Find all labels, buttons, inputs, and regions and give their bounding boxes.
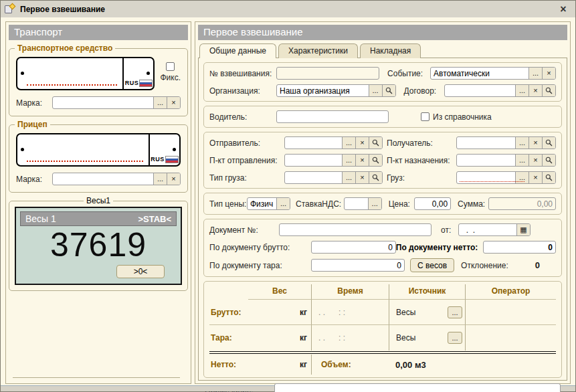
destination-point-input[interactable] xyxy=(457,155,515,166)
scale-stab-status: >STAB< xyxy=(138,214,171,224)
driver-group: Водитель: Из справочника xyxy=(203,106,562,128)
vehicle-brand-input[interactable] xyxy=(53,97,153,108)
doc-date-input[interactable] xyxy=(459,224,516,235)
gross-time: . . : : xyxy=(311,300,389,325)
departure-select-button[interactable]: ... xyxy=(342,155,355,166)
doc-gross-input[interactable] xyxy=(312,241,395,253)
col-header-time: Время xyxy=(311,284,389,300)
sum-input[interactable] xyxy=(489,198,555,209)
destination-point-label: П-кт назначения: xyxy=(387,156,456,165)
left-panel-divider xyxy=(13,377,180,378)
cargo-clear-button[interactable]: × xyxy=(529,172,542,183)
organization-search-icon[interactable] xyxy=(382,85,395,96)
contract-search-icon[interactable] xyxy=(542,85,555,96)
contract-select-button[interactable]: ... xyxy=(515,85,529,96)
tare-source-select-button[interactable]: ... xyxy=(448,332,462,344)
scale-zero-button[interactable]: >0< xyxy=(116,265,165,278)
receiver-input[interactable] xyxy=(457,137,515,149)
destination-clear-button[interactable]: × xyxy=(529,155,542,166)
vehicle-brand-select-button[interactable]: ... xyxy=(153,97,167,108)
calendar-icon[interactable]: ▦ xyxy=(516,224,530,235)
gross-operator-cell xyxy=(465,300,556,325)
price-type-select-button[interactable]: ... xyxy=(276,198,290,209)
from-reference-checkbox[interactable] xyxy=(421,112,429,121)
event-clear-button[interactable]: × xyxy=(542,68,555,79)
contract-clear-button[interactable]: × xyxy=(529,85,542,96)
cargo-search-icon[interactable] xyxy=(542,172,555,183)
sender-input[interactable] xyxy=(285,137,342,149)
col-spacer xyxy=(209,290,248,295)
vat-rate-select-button[interactable]: ... xyxy=(368,198,381,209)
cargo-type-field: ... × xyxy=(284,171,383,184)
weighing-no-label: № взвешивания: xyxy=(209,69,276,78)
from-scale-button[interactable]: С весов xyxy=(410,258,454,272)
transport-header: Транспорт xyxy=(9,25,188,40)
cargo-type-input[interactable] xyxy=(285,172,342,183)
price-input[interactable] xyxy=(415,198,450,209)
cargo-type-select-button[interactable]: ... xyxy=(342,172,355,183)
organization-field: ... xyxy=(276,84,396,97)
col-header-operator: Оператор xyxy=(465,284,556,300)
cargo-type-label: Тип груза: xyxy=(209,173,284,183)
sender-clear-button[interactable]: × xyxy=(355,137,369,149)
document-group: Документ №: от: ▦ По документу брутто: xyxy=(203,219,562,277)
tab-invoice[interactable]: Накладная xyxy=(360,43,421,58)
doc-no-input[interactable] xyxy=(280,224,431,235)
weighing-no-input[interactable] xyxy=(277,68,379,79)
sum-label: Сумма: xyxy=(458,199,488,209)
deviation-value: 0 xyxy=(535,260,540,270)
price-type-input[interactable] xyxy=(248,198,276,209)
tab-strip: Общие данные Характеристики Накладная xyxy=(198,41,567,58)
vat-rate-input[interactable] xyxy=(345,198,368,209)
trailer-plate-input[interactable]: RUS xyxy=(16,133,181,167)
sum-field xyxy=(488,197,556,210)
driver-input[interactable] xyxy=(277,111,388,122)
cargo-type-clear-button[interactable]: × xyxy=(355,172,369,183)
gross-source-select-button[interactable]: ... xyxy=(448,306,462,318)
price-type-label: Тип цены: xyxy=(209,199,247,209)
cargo-type-search-icon[interactable] xyxy=(369,172,382,183)
organization-input[interactable] xyxy=(277,85,369,96)
departure-clear-button[interactable]: × xyxy=(355,155,369,166)
vehicle-brand-label: Марка: xyxy=(16,98,52,108)
trailer-brand-select-button[interactable]: ... xyxy=(153,173,167,185)
note-field xyxy=(274,383,561,392)
destination-search-icon[interactable] xyxy=(542,155,555,166)
cargo-select-button[interactable]: ... xyxy=(515,172,529,183)
organization-select-button[interactable]: ... xyxy=(369,85,382,96)
cargo-field: ... × xyxy=(456,171,556,184)
tab-general-data[interactable]: Общие данные xyxy=(199,43,276,58)
tab-characteristics[interactable]: Характеристики xyxy=(278,43,358,58)
departure-point-input[interactable] xyxy=(285,155,342,166)
departure-point-field: ... × xyxy=(284,154,383,167)
vehicle-plate-input[interactable]: RUS xyxy=(16,57,155,90)
trailer-brand-input[interactable] xyxy=(53,173,153,185)
fix-label: Фикс. xyxy=(160,73,181,82)
trailer-brand-label: Марка: xyxy=(16,175,52,184)
doc-net-input[interactable] xyxy=(484,241,555,253)
destination-select-button[interactable]: ... xyxy=(515,155,529,166)
net-separator xyxy=(209,351,556,354)
event-select-button[interactable]: ... xyxy=(529,68,542,79)
departure-search-icon[interactable] xyxy=(369,155,382,166)
vehicle-plate-number-field[interactable] xyxy=(17,58,122,89)
receiver-search-icon[interactable] xyxy=(542,137,555,149)
contract-input[interactable] xyxy=(445,85,515,96)
trailer-plate-number-field[interactable] xyxy=(17,134,149,165)
header-fields-group: № взвешивания: Событие: ... × Организаци… xyxy=(203,62,562,102)
vehicle-brand-clear-button[interactable]: × xyxy=(167,97,180,108)
receiver-select-button[interactable]: ... xyxy=(515,137,529,149)
sender-search-icon[interactable] xyxy=(369,137,382,149)
organization-label: Организация: xyxy=(209,86,276,96)
plate-region-label: RUS xyxy=(151,156,165,163)
doc-tare-input[interactable] xyxy=(312,260,404,271)
tab-content-general: № взвешивания: Событие: ... × Организаци… xyxy=(198,58,567,381)
note-input[interactable] xyxy=(275,384,560,392)
cargo-input[interactable] xyxy=(457,172,515,183)
sender-select-button[interactable]: ... xyxy=(342,137,355,149)
event-input[interactable] xyxy=(431,68,529,79)
close-icon[interactable]: × xyxy=(557,3,570,16)
receiver-clear-button[interactable]: × xyxy=(529,137,542,149)
trailer-brand-clear-button[interactable]: × xyxy=(167,173,180,185)
fix-checkbox[interactable] xyxy=(166,62,175,71)
